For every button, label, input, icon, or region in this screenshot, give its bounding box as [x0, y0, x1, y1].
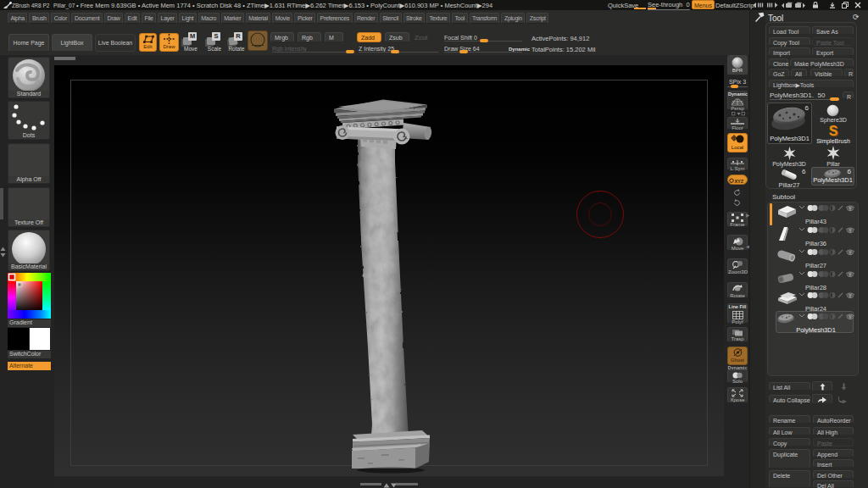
svg-text:XYZ: XYZ — [734, 178, 743, 183]
